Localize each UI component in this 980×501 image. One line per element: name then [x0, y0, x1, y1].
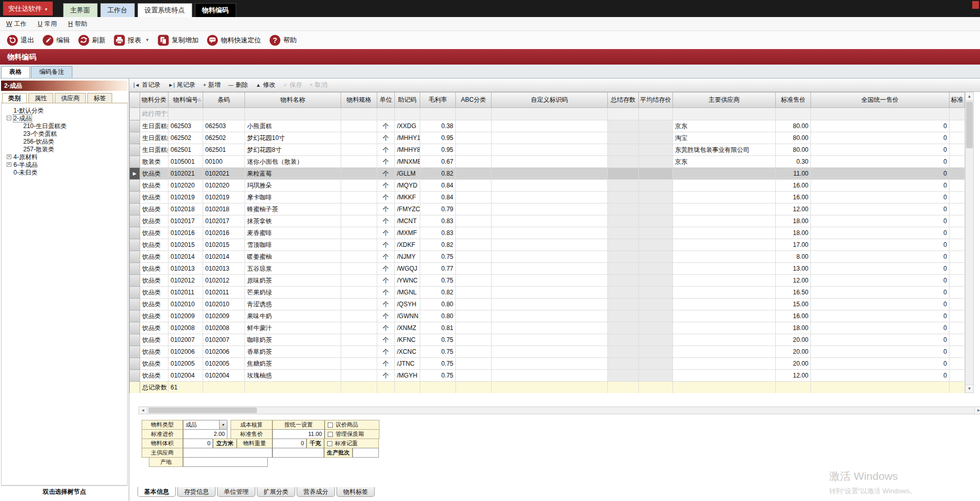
row-indicator-cell[interactable] — [130, 108, 140, 120]
column-header-条码[interactable]: 条码 — [203, 92, 245, 108]
cell[interactable]: 15.00 — [776, 299, 811, 310]
cell[interactable] — [673, 263, 776, 275]
cell[interactable]: 20.00 — [776, 334, 811, 346]
cell[interactable] — [341, 144, 377, 156]
cell[interactable]: 0102021 — [169, 168, 203, 180]
cell[interactable]: 暖姜蜜柚 — [245, 251, 341, 263]
cell[interactable]: 0.75 — [420, 346, 456, 358]
cell[interactable]: 0102008 — [169, 322, 203, 334]
std-weight-checkbox[interactable]: 标准记重 — [324, 439, 379, 448]
cell[interactable]: 17.00 — [776, 239, 811, 251]
batch-input[interactable] — [353, 448, 379, 458]
cell[interactable] — [639, 168, 673, 180]
cell[interactable]: 饮品类 — [140, 358, 169, 370]
cell[interactable]: /YWNC — [395, 275, 420, 287]
cell[interactable]: 0102018 — [203, 203, 245, 215]
cell[interactable] — [456, 346, 492, 358]
cell[interactable]: 生日蛋糕类 — [140, 144, 169, 156]
cell[interactable] — [341, 215, 377, 227]
column-header-主要供应商[interactable]: 主要供应商 — [673, 92, 776, 108]
cell[interactable]: 062501 — [169, 144, 203, 156]
cell[interactable] — [456, 358, 492, 370]
tab-扩展分类[interactable]: 扩展分类 — [257, 487, 295, 497]
cell[interactable]: 个 — [377, 275, 395, 287]
cell[interactable]: 0 — [811, 370, 950, 382]
cell[interactable]: 0102014 — [169, 251, 203, 263]
cell[interactable]: 0 — [811, 299, 950, 310]
cell[interactable]: 个 — [377, 192, 395, 203]
table-row[interactable]: 饮品类01020190102019摩卡咖啡个/MKKF0.8416.000 — [130, 192, 965, 203]
cell[interactable]: 麦香蜜啡 — [245, 227, 341, 239]
cell[interactable] — [456, 192, 492, 203]
tab-单位管理[interactable]: 单位管理 — [217, 487, 255, 497]
cell[interactable] — [492, 346, 608, 358]
cell[interactable] — [673, 192, 776, 203]
row-indicator-header[interactable] — [130, 92, 140, 108]
cell[interactable] — [341, 132, 377, 144]
cell[interactable] — [639, 132, 673, 144]
table-row[interactable]: 饮品类01020120102012原味奶茶个/YWNC0.7512.000 — [130, 275, 965, 287]
cell[interactable]: 饮品类 — [140, 239, 169, 251]
cell[interactable]: /MGYH — [395, 370, 420, 382]
cell[interactable]: 饮品类 — [140, 346, 169, 358]
cell[interactable]: 饮品类 — [140, 287, 169, 299]
titlebar-tab-system-settings[interactable]: 设置系统特点 — [137, 3, 192, 17]
cell[interactable]: 062501 — [203, 144, 245, 156]
cell[interactable] — [673, 239, 776, 251]
cell[interactable]: /MHHY10 — [395, 132, 420, 144]
dropdown-icon[interactable]: ▼ — [219, 420, 227, 429]
cell[interactable]: 玫瑰柚惑 — [245, 370, 341, 382]
cell[interactable] — [673, 346, 776, 358]
cell[interactable] — [673, 287, 776, 299]
cell[interactable]: 个 — [377, 310, 395, 322]
cell[interactable]: 0.84 — [420, 192, 456, 203]
cell[interactable]: 062503 — [169, 120, 203, 132]
cell[interactable] — [950, 322, 965, 334]
cell[interactable] — [950, 275, 965, 287]
cell[interactable]: /XNMZ — [395, 322, 420, 334]
cell[interactable]: 抹茶拿铁 — [245, 215, 341, 227]
cell[interactable]: 0102021 — [203, 168, 245, 180]
cell[interactable] — [673, 334, 776, 346]
cell[interactable]: /FMYZC — [395, 203, 420, 215]
cell[interactable] — [608, 346, 639, 358]
cell[interactable] — [950, 168, 965, 180]
column-header-助记码[interactable]: 助记码 — [395, 92, 420, 108]
cell[interactable] — [456, 120, 492, 132]
cell[interactable]: 0.67 — [420, 156, 456, 168]
cell[interactable]: 咖啡奶茶 — [245, 334, 341, 346]
cell[interactable] — [950, 192, 965, 203]
cell[interactable] — [673, 180, 776, 192]
cell[interactable] — [492, 358, 608, 370]
cell[interactable]: 0102012 — [169, 275, 203, 287]
table-row[interactable]: ▶饮品类01020210102021果粒蓝莓个/GLLM0.8211.000 — [130, 168, 965, 180]
menu-item-工作[interactable]: W工作 — [6, 20, 26, 28]
cell[interactable]: 12.00 — [776, 370, 811, 382]
cell[interactable]: 0 — [811, 358, 950, 370]
cell[interactable]: 00100 — [203, 156, 245, 168]
cell[interactable]: 0 — [811, 239, 950, 251]
cell[interactable]: 个 — [377, 322, 395, 334]
scroll-left-icon[interactable]: ◄ — [139, 407, 147, 414]
cell[interactable]: 个 — [377, 203, 395, 215]
scroll-right-icon[interactable]: ► — [974, 407, 980, 414]
cell[interactable] — [639, 120, 673, 132]
cell[interactable]: 0.81 — [420, 322, 456, 334]
cell[interactable] — [341, 227, 377, 239]
table-row[interactable]: 饮品类01020040102004玫瑰柚惑个/MGYH0.7512.000 — [130, 370, 965, 382]
cell[interactable]: 80.00 — [776, 120, 811, 132]
refresh-button[interactable]: 刷新 — [75, 33, 111, 48]
filter-cell[interactable] — [950, 108, 965, 120]
table-row[interactable]: 生日蛋糕类062501062501梦幻花园8寸个/MHHY8C0.95东莞胜珑包… — [130, 144, 965, 156]
cell[interactable] — [639, 156, 673, 168]
tab-营养成分[interactable]: 营养成分 — [297, 487, 335, 497]
add-record-button[interactable]: +新增 — [203, 81, 221, 89]
filter-cell[interactable] — [639, 108, 673, 120]
column-header-标准售价[interactable]: 标准售价 — [776, 92, 811, 108]
app-menu-button[interactable]: 安仕达软件▾ — [3, 2, 53, 15]
delete-record-button[interactable]: —删除 — [228, 81, 248, 89]
cell[interactable] — [492, 168, 608, 180]
filter-cell[interactable] — [341, 108, 377, 120]
cell[interactable] — [608, 227, 639, 239]
origin-input[interactable] — [183, 457, 268, 467]
